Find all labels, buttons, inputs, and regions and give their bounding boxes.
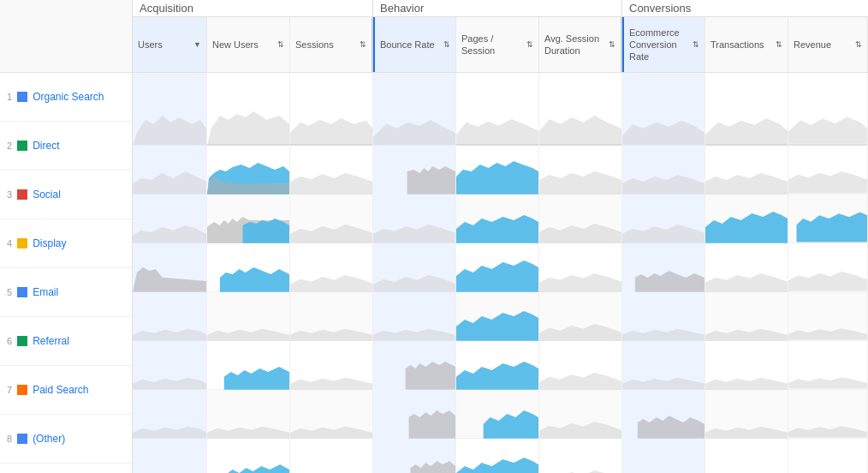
- col-header-revenue[interactable]: Revenue ⇅: [788, 17, 868, 72]
- cell-r2-sessions: [290, 195, 373, 243]
- svg-marker-62: [638, 415, 705, 438]
- col-header-sessions[interactable]: Sessions ⇅: [290, 17, 373, 72]
- col-header-ecomm[interactable]: Ecommerce Conversion Rate ⇅: [622, 17, 705, 72]
- sort-icon-sessions: ⇅: [360, 40, 366, 49]
- cell-r4-newusers: [207, 292, 290, 341]
- col-header-users[interactable]: Users ▼: [133, 17, 207, 72]
- row-label-social[interactable]: Social: [33, 189, 61, 201]
- svg-marker-7: [705, 118, 788, 146]
- agg-cell-pages: [456, 73, 539, 146]
- cell-r2-transactions: [705, 195, 788, 243]
- col-header-bounce-rate[interactable]: Bounce Rate ⇅: [373, 17, 456, 72]
- cell-r1-bounce: [373, 146, 456, 195]
- row-num-3: 3: [7, 189, 12, 200]
- cell-r7-ecomm: [622, 439, 705, 474]
- section-title-acquisition: Acquisition: [133, 0, 373, 16]
- cell-r6-users: [133, 390, 207, 439]
- cell-r2-users: [133, 195, 207, 243]
- svg-marker-58: [290, 426, 372, 438]
- col-label-sessions: Sessions: [295, 39, 334, 51]
- table-row: [133, 195, 868, 243]
- row-color-3: [17, 189, 27, 200]
- cell-r2-ecomm: [622, 195, 705, 243]
- svg-marker-59: [409, 410, 455, 439]
- cell-r4-sessions: [290, 292, 373, 341]
- cell-r1-avgsession: [539, 146, 622, 195]
- svg-marker-34: [539, 272, 621, 291]
- svg-marker-18: [788, 171, 867, 193]
- cell-r7-transactions: [705, 439, 788, 474]
- svg-marker-45: [705, 328, 788, 340]
- svg-marker-31: [290, 274, 372, 291]
- cell-r2-avgsession: [539, 195, 622, 243]
- svg-marker-38: [133, 328, 206, 340]
- svg-marker-39: [207, 328, 289, 340]
- cell-r2-newusers: [207, 195, 290, 243]
- cell-r6-pages: [456, 390, 539, 439]
- cell-r5-transactions: [705, 341, 788, 390]
- row-label-organic-search[interactable]: Organic Search: [33, 91, 104, 103]
- svg-marker-46: [788, 328, 867, 339]
- cell-r4-ecomm: [622, 292, 705, 341]
- svg-marker-57: [207, 426, 289, 438]
- svg-marker-33: [456, 260, 538, 292]
- cell-r5-newusers: [207, 341, 290, 390]
- cell-r3-ecomm: [622, 243, 705, 292]
- col-header-pages-session[interactable]: Pages / Session ⇅: [456, 17, 539, 72]
- svg-marker-37: [788, 271, 867, 290]
- sort-icon-transactions: ⇅: [776, 40, 782, 49]
- col-header-new-users[interactable]: New Users ⇅: [207, 17, 290, 72]
- cell-r7-bounce: [373, 439, 456, 474]
- sidebar-row-7: 7 Paid Search: [0, 366, 132, 415]
- cell-r3-transactions: [705, 243, 788, 292]
- cell-r6-avgsession: [539, 390, 622, 439]
- cell-r5-ecomm: [622, 341, 705, 390]
- svg-marker-17: [705, 172, 788, 194]
- agg-cell-ecomm: [622, 73, 705, 146]
- svg-marker-47: [133, 377, 206, 389]
- row-color-2: [17, 141, 27, 151]
- svg-marker-28: [796, 212, 867, 242]
- svg-marker-55: [788, 377, 867, 388]
- svg-marker-66: [226, 464, 289, 473]
- svg-marker-54: [705, 377, 788, 389]
- cell-r5-revenue: [788, 341, 868, 390]
- chart-area: Acquisition Behavior Conversions Users ▼…: [133, 0, 868, 473]
- sort-icon-revenue: ⇅: [855, 40, 862, 49]
- sidebar-row-2: 2 Direct: [0, 122, 132, 171]
- cell-r2-bounce: [373, 195, 456, 243]
- svg-marker-27: [705, 212, 788, 243]
- svg-marker-21: [243, 219, 289, 243]
- col-header-avg-session[interactable]: Avg. Session Duration ⇅: [539, 17, 622, 72]
- row-label-paid-search[interactable]: Paid Search: [33, 384, 88, 396]
- sidebar: 1 Organic Search 2 Direct 3 Social 4 Dis…: [0, 0, 133, 473]
- svg-marker-1: [207, 111, 289, 146]
- cell-r7-pages: [456, 439, 539, 474]
- agg-cell-avg: [539, 73, 622, 146]
- cell-r4-revenue: [788, 292, 868, 341]
- svg-marker-40: [290, 328, 372, 340]
- row-label-direct[interactable]: Direct: [33, 140, 59, 152]
- aggregate-row: [133, 73, 868, 146]
- svg-marker-60: [484, 410, 538, 439]
- svg-marker-50: [406, 362, 455, 390]
- cell-r7-users: [133, 439, 207, 474]
- svg-marker-9: [133, 171, 206, 194]
- row-color-5: [17, 287, 27, 297]
- row-label-referral[interactable]: Referral: [33, 335, 69, 347]
- row-label-display[interactable]: Display: [33, 237, 66, 249]
- cell-r1-sessions: [290, 146, 373, 195]
- col-label-revenue: Revenue: [794, 39, 831, 51]
- col-header-transactions[interactable]: Transactions ⇅: [705, 17, 788, 72]
- cell-r5-users: [133, 341, 207, 390]
- col-label-pages-session: Pages / Session: [461, 33, 525, 57]
- cell-r3-users: [133, 243, 207, 292]
- row-label-other[interactable]: (Other): [33, 433, 65, 445]
- svg-marker-51: [456, 362, 538, 390]
- row-label-email[interactable]: Email: [33, 286, 58, 298]
- svg-marker-41: [373, 328, 455, 340]
- svg-marker-8: [788, 117, 867, 144]
- svg-marker-56: [133, 426, 206, 438]
- svg-marker-63: [705, 426, 788, 438]
- svg-marker-22: [290, 224, 372, 242]
